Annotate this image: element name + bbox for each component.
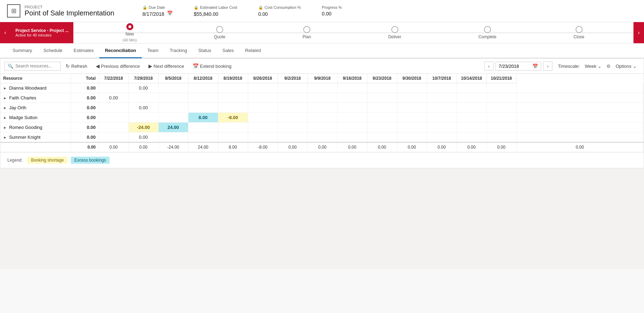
stage-item[interactable]: New(40 Min) [122, 23, 137, 42]
date-cell [337, 132, 367, 143]
date-prev-button[interactable]: ‹ [484, 61, 493, 71]
expand-icon[interactable]: ► [3, 116, 7, 120]
tab-schedule[interactable]: Schedule [38, 44, 68, 58]
date-cell [99, 103, 128, 113]
date-cell: -8.00 [218, 113, 248, 123]
footer-cell: 0.00 [307, 142, 337, 152]
grid-footer: 0.000.000.00-24.0024.008.00-8.000.000.00… [0, 142, 644, 152]
tab-team[interactable]: Team [142, 44, 164, 58]
date-cell [307, 113, 337, 123]
footer-label [0, 142, 71, 152]
tab-summary[interactable]: Summary [7, 44, 38, 58]
date-cell [457, 83, 486, 93]
stage-item[interactable]: Quote [214, 26, 226, 39]
date-cell [397, 123, 427, 132]
date-cell [367, 103, 397, 113]
stage-prev-button[interactable]: ‹ [0, 22, 11, 43]
date-cell [397, 93, 427, 103]
search-input[interactable] [15, 64, 58, 69]
tab-sales[interactable]: Sales [217, 44, 240, 58]
date-cell [218, 123, 248, 132]
page-header: ⊞ PROJECT Point of Sale Implementation 🔒… [0, 0, 644, 22]
date-cell: 8.00 [188, 113, 218, 123]
tab-reconciliation[interactable]: Reconciliation [99, 44, 142, 58]
expand-icon[interactable]: ► [3, 135, 7, 139]
next-difference-button[interactable]: ▶ Next difference [145, 61, 188, 71]
footer-cell: -8.00 [248, 142, 278, 152]
col-header-total: Total [71, 74, 99, 83]
stage-item[interactable]: Plan [303, 26, 311, 39]
expand-icon[interactable]: ► [3, 86, 7, 90]
footer-cell: 0.00 [337, 142, 367, 152]
tab-related[interactable]: Related [239, 44, 266, 58]
prev-difference-button[interactable]: ◀ Previous difference [92, 61, 144, 71]
date-cell [457, 132, 486, 143]
date-cell [516, 113, 644, 123]
calendar-icon-2[interactable]: 📅 [532, 64, 538, 69]
date-cell: 0.00 [99, 93, 128, 103]
stage-next-button[interactable]: › [633, 22, 644, 43]
resource-cell: ►Dianna Woodward [0, 83, 71, 93]
grid-body: ►Dianna Woodward0.000.00►Faith Charles0.… [0, 83, 644, 143]
calendar-icon[interactable]: 📅 [167, 11, 173, 16]
table-row: ►Madge Sutton0.008.00-8.00 [0, 113, 644, 123]
extend-booking-button[interactable]: 📅 Extend booking [189, 61, 235, 71]
stage-item[interactable]: Complete [478, 26, 496, 39]
resource-cell: ►Faith Charles [0, 93, 71, 103]
date-cell [367, 113, 397, 123]
date-cell [427, 83, 457, 93]
date-cell [397, 113, 427, 123]
date-field[interactable] [499, 64, 530, 69]
total-cell: 0.00 [71, 123, 99, 132]
date-cell [397, 103, 427, 113]
refresh-button[interactable]: ↻ Refresh [62, 61, 91, 71]
tab-status[interactable]: Status [193, 44, 217, 58]
table-row: ►Dianna Woodward0.000.00 [0, 83, 644, 93]
date-cell [307, 83, 337, 93]
date-cell [337, 113, 367, 123]
stage-circle [216, 26, 223, 33]
legend-excess-bookings: Excess bookings [71, 157, 109, 164]
date-cell [278, 132, 307, 143]
date-cell [337, 103, 367, 113]
search-box[interactable]: 🔍 [5, 62, 61, 71]
resource-cell: ►Jay Orth [0, 103, 71, 113]
prev-diff-icon: ◀ [96, 63, 100, 69]
stage-sub: (40 Min) [122, 38, 137, 42]
footer-cell: -24.00 [158, 142, 188, 152]
project-icon: ⊞ [7, 4, 20, 18]
cost-consumption-field: 🔒 Cost Consumption % 0.00 [258, 5, 301, 17]
date-cell [218, 132, 248, 143]
timescale-select[interactable]: Week ⌄ [582, 62, 604, 70]
grid-footer-row: 0.000.000.00-24.0024.008.00-8.000.000.00… [0, 142, 644, 152]
date-cell [307, 132, 337, 143]
expand-icon[interactable]: ► [3, 125, 7, 130]
header-fields: 🔒 Due Date 8/17/2018 📅 🔒 Estimated Labor… [142, 5, 342, 17]
footer-cell: 0.00 [367, 142, 397, 152]
date-cell [486, 132, 516, 143]
date-cell [516, 123, 644, 132]
footer-cell: 0.00 [128, 142, 158, 152]
stage-circle [484, 26, 491, 33]
date-cell [367, 93, 397, 103]
date-cell [427, 103, 457, 113]
nav-tabs: SummaryScheduleEstimatesReconciliationTe… [0, 44, 644, 58]
stage-name: Plan [303, 34, 311, 39]
active-stage-name: Project Service - Project ... [15, 28, 68, 33]
expand-icon[interactable]: ► [3, 96, 7, 100]
date-cell [337, 123, 367, 132]
date-input[interactable]: 📅 [496, 62, 541, 71]
resource-name: Madge Sutton [9, 115, 38, 120]
col-header-d3: 8/12/2018 [188, 74, 218, 83]
date-cell: 0.00 [128, 132, 158, 143]
date-next-button[interactable]: › [543, 61, 552, 71]
tab-tracking[interactable]: Tracking [164, 44, 193, 58]
expand-icon[interactable]: ► [3, 106, 7, 110]
stage-item[interactable]: Close [573, 26, 584, 39]
date-cell [158, 93, 188, 103]
due-date-field: 🔒 Due Date 8/17/2018 📅 [142, 5, 173, 17]
stage-item[interactable]: Deliver [388, 26, 401, 39]
options-button[interactable]: Options ⌄ [613, 62, 639, 70]
tab-estimates[interactable]: Estimates [68, 44, 99, 58]
project-name: Point of Sale Implementation [25, 9, 114, 17]
